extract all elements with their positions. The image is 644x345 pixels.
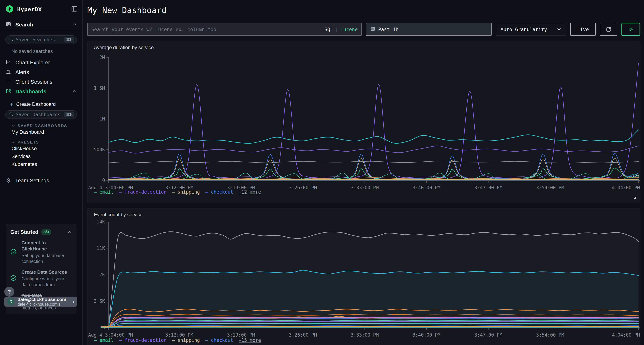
svg-text:3:12:00 PM: 3:12:00 PM: [165, 332, 194, 338]
legend-more-link[interactable]: +12 more: [239, 189, 261, 195]
task-connect-clickhouse[interactable]: Connect to ClickHouse Set up your databa…: [10, 240, 72, 264]
sidebar-item-kubernetes[interactable]: Kubernetes: [12, 160, 82, 168]
svg-text:1M: 1M: [100, 116, 105, 122]
section-saved-dashboards[interactable]: SAVED DASHBOARDS: [12, 123, 82, 128]
event-search-input[interactable]: [91, 27, 324, 32]
svg-text:500K: 500K: [94, 147, 105, 152]
svg-text:11K: 11K: [96, 246, 105, 251]
live-button[interactable]: Live: [570, 23, 596, 36]
sidebar-item-label: Chart Explorer: [16, 59, 50, 66]
sql-mode-toggle[interactable]: SQL: [324, 27, 333, 32]
section-presets[interactable]: PRESETS: [12, 140, 82, 145]
chevron-up-icon: [73, 23, 77, 26]
svg-text:3:33:00 PM: 3:33:00 PM: [350, 332, 379, 338]
sidebar-nav: Chart Explorer Alerts Client Sessions: [0, 58, 82, 96]
no-saved-searches-text: No saved searches: [12, 49, 82, 54]
saved-searches-input[interactable]: [16, 37, 64, 42]
sidebar-item-label: Client Sessions: [16, 79, 52, 85]
sidebar-item-chart-explorer[interactable]: Chart Explorer: [0, 58, 82, 67]
svg-text:3:47:00 PM: 3:47:00 PM: [474, 332, 502, 338]
search-icon: [9, 112, 14, 117]
chart-legend: — email— fraud-detection— shipping— chec…: [94, 189, 261, 195]
sidebar-item-dashboards[interactable]: Dashboards: [0, 87, 82, 96]
line-chart-icon: [6, 59, 11, 66]
create-dashboard-button[interactable]: + Create Dashboard: [10, 101, 82, 108]
resize-handle[interactable]: [632, 196, 637, 201]
divider: [0, 31, 82, 31]
chart-panel-avg-duration: Average duration by service 2M1.5M1M500K…: [87, 41, 640, 203]
sidebar-item-alerts[interactable]: Alerts: [0, 67, 82, 77]
chevron-up-icon: [73, 90, 77, 93]
chevron-right-icon: ›: [72, 298, 74, 306]
laptop-icon: [6, 79, 11, 85]
svg-text:14K: 14K: [96, 219, 105, 225]
brand-name: HyperDX: [17, 6, 42, 12]
page-title: My New Dashboard: [87, 5, 640, 15]
legend-item[interactable]: — shipping: [172, 189, 200, 195]
chart-canvas: 2M1.5M1M500K0Aug 4 3:04:00 PM3:12:00 PM3…: [88, 41, 640, 203]
legend-item[interactable]: — fraud-detection: [119, 189, 166, 195]
chart-legend: — email— fraud-detection— shipping— chec…: [94, 338, 261, 343]
sidebar-item-label: Dashboards: [16, 88, 46, 95]
help-button[interactable]: ?: [4, 287, 14, 297]
svg-text:3:47:00 PM: 3:47:00 PM: [474, 185, 502, 190]
sidebar-item-my-dashboard[interactable]: My Dashboard: [12, 128, 82, 136]
time-range-picker[interactable]: Past 1h: [366, 23, 492, 36]
check-circle-icon: [10, 275, 22, 282]
granularity-value: Auto Granularity: [500, 27, 547, 32]
user-menu[interactable]: D dale@clickhouse.com dale@clickhouse.co…: [4, 297, 77, 307]
refresh-button[interactable]: [600, 23, 617, 36]
saved-dashboards-search[interactable]: ⌘K: [5, 110, 77, 119]
play-icon: [628, 27, 634, 32]
legend-item[interactable]: — fraud-detection: [119, 338, 166, 343]
legend-item[interactable]: — checkout: [205, 338, 233, 343]
task-desc: Set up your database connection: [22, 253, 72, 264]
check-circle-icon: [10, 249, 22, 256]
sidebar-item-search[interactable]: Search: [0, 18, 82, 31]
chevron-down-icon: [12, 125, 15, 127]
run-query-button[interactable]: [622, 23, 640, 36]
shortcut-badge: ⌘K: [64, 37, 74, 42]
saved-dashboards-input[interactable]: [16, 112, 64, 117]
journal-icon: [6, 22, 11, 28]
svg-text:3:54:00 PM: 3:54:00 PM: [536, 185, 564, 190]
sidebar-item-services[interactable]: Services: [12, 152, 82, 160]
legend-item[interactable]: — checkout: [205, 189, 233, 195]
sidebar-toggle-icon[interactable]: [71, 6, 78, 12]
svg-text:2M: 2M: [100, 55, 105, 60]
get-started-title: Get Started: [10, 229, 38, 235]
gear-icon: ⚙: [6, 177, 11, 184]
svg-text:3:54:00 PM: 3:54:00 PM: [536, 332, 564, 338]
task-desc: Configure where your data comes from: [22, 276, 72, 288]
legend-item[interactable]: — email: [94, 189, 114, 195]
task-title: Create Data Sources: [22, 269, 72, 275]
svg-text:3.5K: 3.5K: [94, 299, 105, 304]
plus-icon: +: [10, 101, 14, 108]
avatar: D: [7, 298, 15, 306]
chevron-down-icon: [557, 28, 561, 31]
saved-searches-search[interactable]: ⌘K: [5, 35, 77, 44]
sidebar-item-team-settings[interactable]: ⚙ Team Settings: [0, 176, 82, 185]
sidebar-item-clickhouse[interactable]: ClickHouse: [12, 145, 82, 152]
sidebar-item-label: Search: [16, 22, 33, 28]
sidebar-item-client-sessions[interactable]: Client Sessions: [0, 77, 82, 87]
sidebar-item-label: Alerts: [16, 69, 29, 75]
svg-text:3:26:00 PM: 3:26:00 PM: [289, 185, 317, 190]
search-icon: [9, 37, 14, 42]
legend-item[interactable]: — shipping: [172, 338, 200, 343]
lucene-mode-toggle[interactable]: Lucene: [340, 27, 358, 32]
svg-text:Aug 4 3:04:00 PM: Aug 4 3:04:00 PM: [88, 332, 133, 338]
event-search-bar[interactable]: SQL | Lucene: [87, 23, 362, 36]
legend-item[interactable]: — email: [94, 338, 114, 343]
legend-more-link[interactable]: +15 more: [239, 338, 261, 343]
brand[interactable]: HyperDX: [0, 0, 82, 18]
chevron-down-icon: [12, 141, 15, 144]
get-started-header[interactable]: Get Started 3/3: [10, 229, 72, 235]
granularity-select[interactable]: Auto Granularity: [496, 23, 566, 36]
dashboards-submenu: + Create Dashboard ⌘K SAVED DASHBOARDS M…: [0, 101, 82, 168]
svg-text:3:40:00 PM: 3:40:00 PM: [412, 332, 440, 338]
task-create-data-sources[interactable]: Create Data Sources Configure where your…: [10, 269, 72, 288]
task-title: Connect to ClickHouse: [22, 240, 72, 252]
dashboard-grid-icon: [6, 88, 11, 95]
hyperdx-logo-icon: [5, 5, 14, 14]
